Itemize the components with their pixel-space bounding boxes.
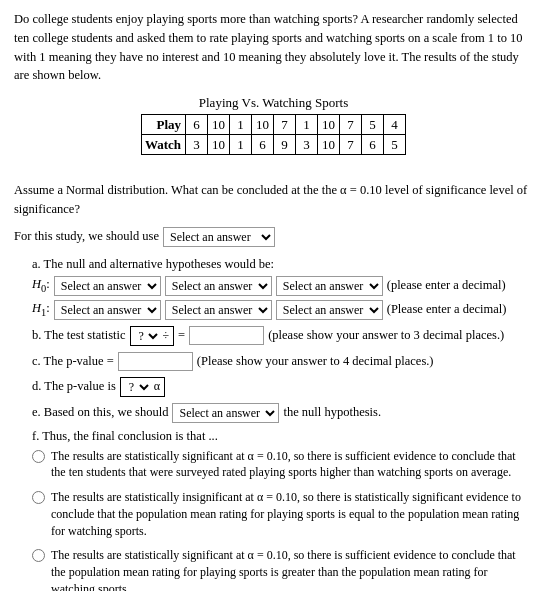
table-cell: 1 [230,115,252,135]
study-use-select[interactable]: Select an answer paired t-test independe… [163,227,275,247]
part-a-label: a. The null and alternative hypotheses w… [14,257,533,272]
radio-input-2[interactable] [32,491,45,504]
table-cell: 10 [252,115,274,135]
assume-text: Assume a Normal distribution. What can b… [14,181,533,219]
table-title: Playing Vs. Watching Sports [14,95,533,111]
h0-select-2[interactable]: Select an answer =<>≠ [165,276,272,296]
part-d: d. The p-value is ?><= α [14,377,533,397]
part-e-label: e. Based on this, we should [32,405,168,420]
table-cell: 3 [186,135,208,155]
equals-sign: = [178,328,185,343]
table-cell: 7 [340,115,362,135]
pvalue-input[interactable] [118,352,193,371]
radio-label-3: The results are statistically significan… [51,547,533,591]
table-cell: 9 [274,135,296,155]
h0-symbol: H0: [32,277,50,294]
test-stat-line: b. The test statistic ?tz ÷ = (please sh… [32,326,533,346]
h0-select-3[interactable]: Select an answer 0μ_Playμ_Watch [276,276,383,296]
table-cell: 3 [296,135,318,155]
pvalue-compare-select[interactable]: ?><= [125,379,152,395]
h1-select-3[interactable]: Select an answer 0μ_Playμ_Watch [276,300,383,320]
h1-select-2[interactable]: Select an answer =<>≠ [165,300,272,320]
radio-option-3[interactable]: The results are statistically significan… [32,547,533,591]
alpha-symbol: α [154,379,160,394]
table-cell: 10 [208,115,230,135]
table-cell: 10 [318,135,340,155]
table-cell: 6 [362,135,384,155]
data-table: Play6101107110754Watch310169310765 [141,114,406,155]
test-stat-input[interactable] [189,326,264,345]
part-b: b. The test statistic ?tz ÷ = (please sh… [14,326,533,346]
radio-options: The results are statistically significan… [32,448,533,592]
part-b-label: b. The test statistic [32,328,126,343]
h1-line: H1: Select an answer μ_dμ_Playμ_Watch Se… [14,300,533,320]
part-a: a. The null and alternative hypotheses w… [14,257,533,320]
h1-hint: (Please enter a decimal) [387,302,507,317]
conclusion-select[interactable]: Select an answer reject fail to reject a… [172,403,279,423]
table-cell: 5 [384,135,406,155]
radio-label-2: The results are statistically insignific… [51,489,533,539]
table-cell: 1 [230,135,252,155]
radio-label-1: The results are statistically significan… [51,448,533,482]
part-c-label: c. The p-value = [32,354,114,369]
part-d-label: d. The p-value is [32,379,116,394]
part-f-label: f. Thus, the final conclusion is that ..… [32,429,533,444]
alpha-box: ?><= α [120,377,165,397]
table-cell: 4 [384,115,406,135]
study-use-text: For this study, we should use [14,229,159,244]
table-cell: 5 [362,115,384,135]
test-stat-type-select[interactable]: ?tz [135,328,161,344]
pvalue-line: c. The p-value = (Please show your answe… [32,352,533,371]
h0-select-1[interactable]: Select an answer μ_dμ_Playμ_Watch [54,276,161,296]
radio-option-1[interactable]: The results are statistically significan… [32,448,533,482]
radio-option-2[interactable]: The results are statistically insignific… [32,489,533,539]
table-cell: 6 [186,115,208,135]
divide-symbol: ÷ [163,328,170,343]
part-e: e. Based on this, we should Select an an… [14,403,533,423]
table-cell: 7 [274,115,296,135]
h1-symbol: H1: [32,301,50,318]
problem-description: Do college students enjoy playing sports… [14,10,533,85]
table-cell: 10 [208,135,230,155]
h1-select-1[interactable]: Select an answer μ_dμ_Playμ_Watch [54,300,161,320]
part-f: f. Thus, the final conclusion is that ..… [14,429,533,592]
study-use-line: For this study, we should use Select an … [14,227,533,247]
alpha-sel-line: d. The p-value is ?><= α [32,377,533,397]
radio-input-1[interactable] [32,450,45,463]
part-c-hint: (Please show your answer to 4 decimal pl… [197,354,434,369]
table-cell: 7 [340,135,362,155]
part-c: c. The p-value = (Please show your answe… [14,352,533,371]
part-b-hint: (please show your answer to 3 decimal pl… [268,328,504,343]
table-cell: 1 [296,115,318,135]
h0-hint: (please enter a decimal) [387,278,506,293]
test-stat-symbol-box: ?tz ÷ [130,326,175,346]
part-e-suffix: the null hypothesis. [283,405,381,420]
h0-line: H0: Select an answer μ_dμ_Playμ_Watch Se… [14,276,533,296]
conclusion-line: e. Based on this, we should Select an an… [32,403,533,423]
table-cell: 6 [252,135,274,155]
table-cell: 10 [318,115,340,135]
radio-input-3[interactable] [32,549,45,562]
table-section: Playing Vs. Watching Sports Play61011071… [14,95,533,155]
